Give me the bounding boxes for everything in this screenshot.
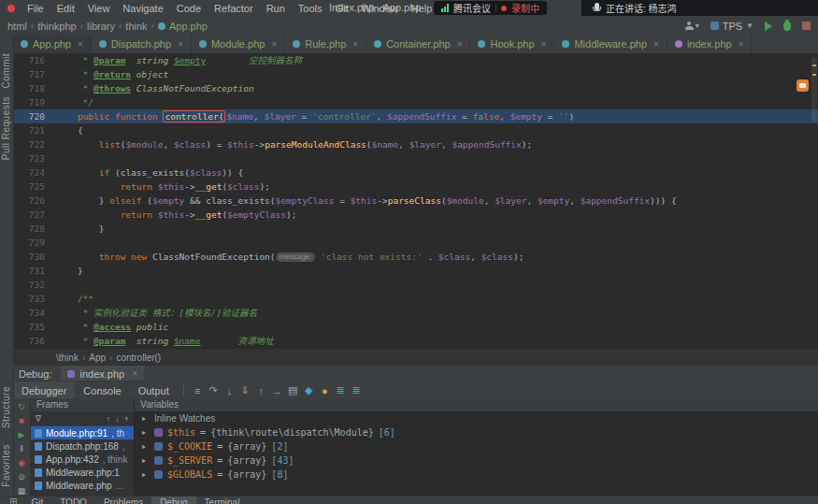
close-icon[interactable]: × bbox=[178, 39, 183, 50]
line-number[interactable]: 732 bbox=[13, 278, 56, 292]
line-number[interactable]: 729 bbox=[13, 236, 56, 250]
menu-code[interactable]: Code bbox=[170, 3, 208, 14]
tab-Module.php[interactable]: Module.php× bbox=[192, 35, 285, 53]
run-config-selector[interactable]: TPS ▼ bbox=[710, 21, 753, 32]
line-number[interactable]: 728 bbox=[13, 222, 56, 236]
tab-Middleware.php[interactable]: Middleware.php× bbox=[554, 35, 667, 53]
line-number[interactable]: 722 bbox=[13, 137, 56, 151]
run-button[interactable] bbox=[765, 22, 772, 31]
chevron-right-icon[interactable]: ▸ bbox=[142, 456, 150, 465]
user-menu[interactable]: ▾ bbox=[685, 22, 699, 30]
line-number[interactable]: 724 bbox=[13, 166, 56, 180]
settings-icon[interactable]: ◆ bbox=[301, 384, 317, 396]
force-step-into-icon[interactable]: ⇓ bbox=[237, 384, 253, 396]
line-number[interactable]: 718 bbox=[13, 81, 56, 95]
editor-breadcrumb-item[interactable]: \think bbox=[56, 353, 79, 363]
chevron-right-icon[interactable]: ▸ bbox=[142, 442, 150, 451]
close-icon[interactable]: × bbox=[457, 39, 463, 50]
resume-icon[interactable]: ▶ bbox=[19, 429, 25, 440]
line-number[interactable]: 734 bbox=[13, 306, 56, 320]
menu-run[interactable]: Run bbox=[260, 3, 292, 14]
tab-Rule.php[interactable]: Rule.php× bbox=[285, 35, 366, 53]
frame-row[interactable]: Middleware.php:1 bbox=[31, 466, 134, 479]
chevron-right-icon[interactable]: ▸ bbox=[142, 470, 150, 479]
breadcrumb-html[interactable]: html bbox=[7, 21, 27, 32]
mute-all-breakpoints-icon[interactable]: ⊘ bbox=[18, 471, 25, 482]
breadcrumb-file[interactable]: App.php bbox=[158, 21, 208, 32]
view-breakpoints-icon[interactable]: ◉ bbox=[18, 457, 25, 468]
tool-window-button-favorites[interactable]: Favorites bbox=[1, 444, 12, 487]
frame-up-icon[interactable]: ↑ bbox=[107, 414, 111, 424]
add-watch-icon[interactable]: ≣ bbox=[349, 384, 365, 396]
meeting-overlay[interactable]: 腾讯会议 录制中 bbox=[434, 1, 547, 15]
chevron-right-icon[interactable]: ▸ bbox=[142, 414, 150, 423]
statusbar-debug[interactable]: Debug bbox=[151, 497, 195, 504]
tab-Container.php[interactable]: Container.php× bbox=[366, 35, 470, 53]
tab-Dispatch.php[interactable]: Dispatch.php× bbox=[92, 35, 192, 53]
tab-Hook.php[interactable]: Hook.php× bbox=[470, 35, 554, 53]
grid-icon[interactable]: ⊞ bbox=[4, 497, 22, 504]
close-icon[interactable]: × bbox=[352, 39, 358, 50]
line-number[interactable]: 726 bbox=[13, 194, 56, 208]
variable-row[interactable]: ▸$_COOKIE={array}[2] bbox=[135, 439, 818, 454]
menu-navigate[interactable]: Navigate bbox=[116, 3, 169, 14]
line-number[interactable]: 721 bbox=[13, 123, 56, 137]
close-icon[interactable]: × bbox=[653, 39, 659, 50]
debug-view-debugger[interactable]: Debugger bbox=[13, 382, 75, 399]
frame-row[interactable]: Module.php:91, th bbox=[31, 426, 134, 439]
breadcrumb-thinkphp[interactable]: thinkphp bbox=[37, 21, 77, 32]
inline-watches-row[interactable]: ▸Inline Watches bbox=[135, 411, 818, 425]
editor-breadcrumb-item[interactable]: controller() bbox=[116, 353, 161, 363]
line-number[interactable]: 727 bbox=[13, 208, 56, 222]
line-number[interactable]: 736 bbox=[13, 334, 56, 348]
add-icon[interactable]: + bbox=[124, 414, 129, 424]
step-into-icon[interactable]: ↓ bbox=[222, 385, 237, 396]
line-number[interactable]: 720 bbox=[13, 109, 56, 123]
menu-file[interactable]: File bbox=[21, 3, 50, 14]
tab-App.php[interactable]: App.php× bbox=[13, 35, 92, 53]
mute-breakpoints-icon[interactable]: ● bbox=[317, 385, 333, 396]
step-out-icon[interactable]: ↑ bbox=[253, 385, 269, 396]
menu-refactor[interactable]: Refactor bbox=[208, 3, 260, 14]
menu-edit[interactable]: Edit bbox=[50, 3, 81, 14]
debug-button[interactable] bbox=[783, 22, 791, 31]
frame-row[interactable]: Middleware.php... bbox=[31, 479, 134, 492]
rerun-icon[interactable]: ↻ bbox=[18, 401, 25, 412]
line-number[interactable]: 731 bbox=[13, 264, 56, 278]
code-editor[interactable]: 716 * @param string $empty 空控制器名称717 * @… bbox=[13, 53, 818, 349]
variable-row[interactable]: ▸$GLOBALS={array}[8] bbox=[135, 468, 818, 482]
variable-row[interactable]: ▸$_SERVER={array}[43] bbox=[135, 454, 818, 468]
editor-scrollbar[interactable] bbox=[811, 57, 817, 122]
close-icon[interactable]: × bbox=[739, 39, 744, 50]
view-options-icon[interactable]: ▤ bbox=[285, 384, 301, 396]
speaking-overlay[interactable]: 正在讲话: 杨志鸿 bbox=[581, 0, 818, 16]
close-icon[interactable]: × bbox=[78, 39, 83, 50]
debug-view-console[interactable]: Console bbox=[75, 382, 129, 399]
close-icon[interactable]: × bbox=[132, 368, 137, 379]
error-stripe-mark[interactable] bbox=[812, 65, 816, 66]
notification-icon[interactable] bbox=[796, 79, 809, 92]
debug-view-output[interactable]: Output bbox=[130, 382, 178, 399]
run-to-cursor-icon[interactable]: → bbox=[269, 385, 285, 396]
frame-down-icon[interactable]: ↓ bbox=[115, 414, 120, 424]
line-number[interactable]: 725 bbox=[13, 180, 56, 194]
breadcrumb-think[interactable]: think bbox=[125, 21, 147, 32]
variable-row[interactable]: ▸$this={think\route\dispatch\Module}[6] bbox=[135, 425, 818, 439]
line-number[interactable]: 733 bbox=[13, 292, 56, 306]
frame-row[interactable]: Dispatch.php:168, bbox=[31, 439, 134, 453]
statusbar-git[interactable]: Git bbox=[22, 497, 51, 504]
statusbar-todo[interactable]: TODO bbox=[51, 497, 95, 504]
menu-tools[interactable]: Tools bbox=[292, 3, 329, 14]
filter-icon[interactable]: ∇ bbox=[36, 414, 41, 424]
line-number[interactable]: 719 bbox=[13, 95, 56, 109]
tab-index.php[interactable]: index.php× bbox=[667, 35, 753, 53]
statusbar-problems[interactable]: Problems bbox=[95, 497, 151, 504]
stop-button[interactable] bbox=[802, 22, 811, 30]
tool-window-button-pull-requests[interactable]: Pull Requests bbox=[1, 96, 12, 160]
show-execution-point-icon[interactable]: ≡ bbox=[190, 385, 206, 396]
step-over-icon[interactable]: ↷ bbox=[206, 384, 222, 396]
frame-row[interactable]: App.php:432, think bbox=[31, 453, 134, 466]
stop-icon[interactable]: ■ bbox=[19, 415, 23, 426]
statusbar-terminal[interactable]: Terminal bbox=[196, 497, 249, 504]
line-number[interactable]: 717 bbox=[13, 67, 56, 81]
